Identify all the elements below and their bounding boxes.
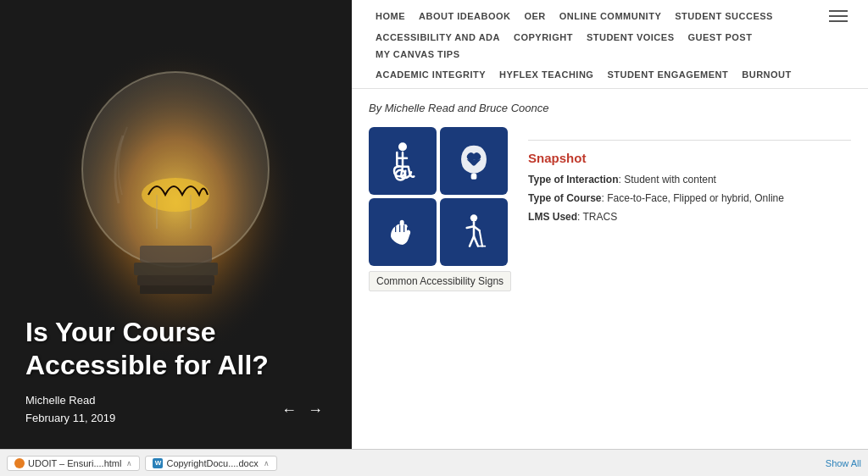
nav-canvas-tips[interactable]: MY CANVAS TIPS — [369, 46, 467, 63]
menu-line-3 — [829, 20, 848, 22]
cognitive-icon-cell — [440, 127, 508, 195]
svg-point-2 — [82, 72, 269, 267]
article-hero-title: Is Your Course Accessible for All? — [25, 316, 352, 381]
svg-rect-7 — [134, 263, 218, 275]
nav-academic-integrity[interactable]: ACADEMIC INTEGRITY — [369, 66, 492, 83]
html-file-icon — [14, 458, 25, 468]
image-caption: Common Accessibility Signs — [369, 271, 511, 291]
nav-copyright[interactable]: COPYRIGHT — [507, 29, 580, 46]
accessibility-image-block: Common Accessibility Signs — [369, 127, 511, 291]
docx-chevron[interactable]: ∧ — [264, 459, 270, 468]
blind-cane-icon — [453, 211, 495, 253]
course-type-row: Type of Course: Face-to-Face, Flipped or… — [528, 191, 851, 206]
taskbar-item-html[interactable]: UDOIT – Ensuri....html ∧ — [7, 456, 140, 471]
cognitive-icon — [453, 140, 495, 182]
nav-online-community[interactable]: ONLINE COMMUNITY — [553, 8, 668, 25]
svg-rect-8 — [137, 275, 214, 285]
accessibility-icons-grid — [369, 127, 511, 266]
svg-rect-13 — [471, 174, 477, 180]
right-content-panel: HOME ABOUT IDEABOOK OER ONLINE COMMUNITY… — [352, 0, 868, 449]
publish-date: February 11, 2019 — [25, 410, 115, 428]
taskbar-item-docx[interactable]: W CopyrightDocu....docx ∧ — [145, 456, 276, 471]
show-all-button[interactable]: Show All — [826, 458, 861, 468]
menu-line-2 — [829, 15, 848, 17]
svg-point-14 — [470, 214, 477, 221]
wheelchair-icon-cell — [369, 127, 437, 195]
nav-student-engagement[interactable]: STUDENT ENGAGEMENT — [600, 66, 735, 83]
article-body: Common Accessibility Signs Snapshot Type… — [369, 127, 851, 291]
nav-burnout[interactable]: BURNOUT — [735, 66, 798, 83]
text-section: Snapshot Type of Interaction: Student wi… — [528, 127, 851, 228]
taskbar: UDOIT – Ensuri....html ∧ W CopyrightDocu… — [0, 449, 868, 476]
slide-navigation[interactable]: ← → — [281, 401, 326, 419]
nav-student-success[interactable]: STUDENT SUCCESS — [668, 8, 780, 25]
sign-language-icon — [381, 211, 424, 253]
wheelchair-icon — [381, 140, 424, 182]
nav-home[interactable]: HOME — [369, 8, 412, 25]
snapshot-section: Snapshot Type of Interaction: Student wi… — [528, 140, 851, 224]
author-name: Michelle Read — [25, 392, 115, 410]
bulb-svg — [0, 0, 352, 449]
blind-cane-icon-cell — [440, 198, 508, 266]
hamburger-menu[interactable] — [826, 7, 851, 25]
html-file-name: UDOIT – Ensuri....html — [28, 458, 121, 468]
svg-rect-6 — [140, 246, 212, 263]
nav-accessibility[interactable]: ACCESSIBILITY AND ADA — [369, 29, 507, 46]
author-date-block: Michelle Read February 11, 2019 — [25, 392, 115, 428]
hero-title-block: Is Your Course Accessible for All? — [25, 316, 352, 381]
interaction-row: Type of Interaction: Student with conten… — [528, 172, 851, 187]
docx-file-name: CopyrightDocu....docx — [166, 458, 258, 468]
svg-point-11 — [399, 143, 406, 150]
menu-line-1 — [829, 10, 848, 12]
svg-rect-9 — [140, 285, 212, 294]
nav-guest-post[interactable]: GUEST POST — [681, 29, 759, 46]
navigation-bar: HOME ABOUT IDEABOOK OER ONLINE COMMUNITY… — [352, 0, 868, 89]
nav-oer[interactable]: OER — [517, 8, 552, 25]
sign-language-icon-cell — [369, 198, 437, 266]
nav-student-voices[interactable]: STUDENT VOICES — [580, 29, 682, 46]
nav-row-3: ACADEMIC INTEGRITY HYFLEX TEACHING STUDE… — [369, 66, 851, 83]
hero-image-panel: Is Your Course Accessible for All? Miche… — [0, 0, 352, 449]
nav-hyflex[interactable]: HYFLEX TEACHING — [492, 66, 600, 83]
nav-row-1: HOME ABOUT IDEABOOK OER ONLINE COMMUNITY… — [369, 7, 851, 25]
nav-about[interactable]: ABOUT IDEABOOK — [412, 8, 517, 25]
nav-row-2: ACCESSIBILITY AND ADA COPYRIGHT STUDENT … — [369, 29, 851, 63]
word-file-icon: W — [153, 458, 163, 468]
article-content: By Michelle Read and Bruce Coonce — [352, 89, 868, 449]
article-byline: By Michelle Read and Bruce Coonce — [369, 102, 851, 114]
snapshot-heading: Snapshot — [528, 151, 851, 165]
lms-row: LMS Used: TRACS — [528, 209, 851, 224]
html-chevron[interactable]: ∧ — [126, 459, 132, 468]
